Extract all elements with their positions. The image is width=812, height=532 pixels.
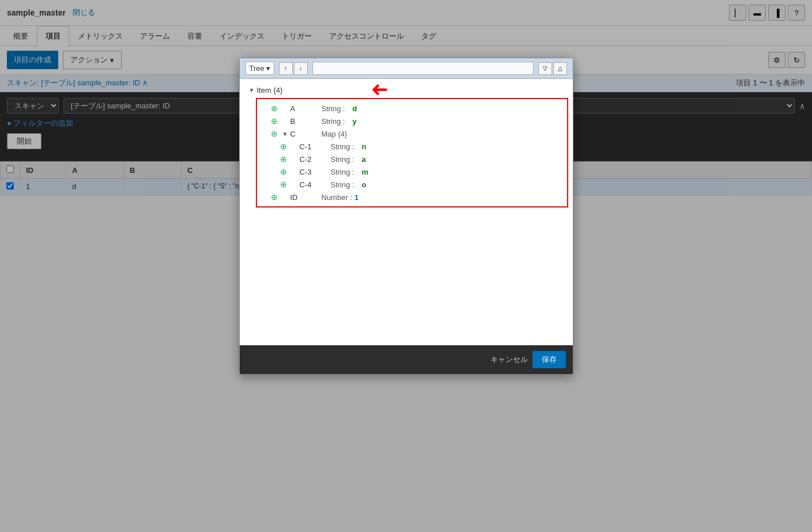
tree-label-a: ⊕ A String : d [257, 103, 567, 114]
type-b: String : [322, 117, 350, 126]
chevron-b [282, 118, 288, 124]
add-icon-c3[interactable]: ⊕ [280, 167, 289, 176]
modal-header-left: Tree ▾ ↑ ↓ [246, 62, 308, 75]
add-icon-c4[interactable]: ⊕ [280, 180, 289, 189]
view-select[interactable]: Tree ▾ [246, 62, 274, 75]
nav-down-button[interactable]: △ [553, 62, 567, 75]
type-id: Number : [322, 193, 352, 196]
value-c3[interactable]: m [362, 168, 369, 176]
type-a: String : [322, 104, 350, 113]
chevron-id [282, 194, 288, 196]
add-icon-id[interactable]: ⊕ [271, 193, 280, 195]
add-icon-b[interactable]: ⊕ [271, 116, 280, 126]
tree-label-c4: ⊕ C-4 String : o [257, 179, 567, 190]
chevron-c2 [292, 156, 297, 163]
key-b: B [290, 117, 319, 126]
red-arrow-icon: ➜ [371, 79, 388, 101]
add-icon-a[interactable]: ⊕ [271, 104, 280, 113]
tree-root: ▼ Item {4} ⊕ A String : d [244, 85, 568, 195]
add-icon-c2[interactable]: ⊕ [280, 154, 289, 164]
tree-node-c: ⊕ ▼ C Map {4} [257, 128, 567, 139]
add-icon-c1[interactable]: ⊕ [280, 142, 289, 151]
value-c1[interactable]: n [362, 142, 367, 151]
tree-node-a: ⊕ A String : d [257, 103, 567, 114]
expand-down-button[interactable]: ↓ [294, 62, 308, 75]
key-id: ID [290, 193, 319, 196]
value-c4[interactable]: o [362, 180, 367, 189]
tree-label-c: ⊕ ▼ C Map {4} [257, 128, 567, 139]
tree-root-label: ▼ Item {4} [249, 85, 568, 96]
modal-content: ▼ Item {4} ⊕ A String : d [240, 79, 573, 195]
key-a: A [290, 104, 319, 113]
key-c: C [290, 130, 319, 138]
tree-label-c1: ⊕ C-1 String : n [257, 141, 567, 152]
modal-header: Tree ▾ ↑ ↓ ▽ △ [240, 58, 573, 79]
tree-label-b: ⊕ B String : y [257, 115, 567, 127]
tree-node-c2: ⊕ C-2 String : a [257, 153, 567, 165]
tree-node-b: ⊕ B String : y [257, 115, 567, 127]
tree-node-c3: ⊕ C-3 String : m [257, 166, 567, 178]
modal-nav-chevrons: ▽ △ [538, 62, 567, 75]
value-id[interactable]: 1 [354, 193, 358, 196]
view-label: Tree [250, 64, 265, 73]
view-chevron-icon: ▾ [266, 64, 270, 73]
tree-node-id: ⊕ ID Number : 1 [257, 191, 567, 195]
type-c: Map {4} [322, 130, 350, 138]
chevron-c4 [292, 182, 297, 188]
type-c2: String : [331, 155, 360, 164]
tree-label-c3: ⊕ C-3 String : m [257, 166, 567, 178]
expand-up-button[interactable]: ↑ [279, 62, 293, 75]
key-c2: C-2 [300, 155, 328, 164]
highlight-box: ⊕ A String : d ⊕ B String [256, 98, 568, 195]
value-a[interactable]: d [353, 104, 357, 113]
chevron-a [282, 105, 288, 112]
type-c4: String : [331, 180, 360, 189]
modal-search-input[interactable] [312, 62, 534, 75]
root-label: Item {4} [257, 86, 283, 95]
tree-label-id: ⊕ ID Number : 1 [257, 191, 567, 195]
tree-label-c2: ⊕ C-2 String : a [257, 153, 567, 165]
type-c3: String : [331, 168, 360, 176]
nav-up-button[interactable]: ▽ [538, 62, 552, 75]
type-c1: String : [331, 142, 360, 151]
value-b[interactable]: y [353, 117, 357, 126]
tree-root-node: ▼ Item {4} [244, 85, 568, 96]
key-c4: C-4 [300, 180, 328, 189]
chevron-c1 [292, 144, 297, 150]
root-chevron-icon[interactable]: ▼ [249, 87, 255, 93]
tree-node-c4: ⊕ C-4 String : o [257, 179, 567, 190]
value-c2[interactable]: a [362, 155, 366, 164]
modal-overlay: Tree ▾ ↑ ↓ ▽ △ ▼ Item { [0, 0, 812, 195]
key-c1: C-1 [300, 142, 328, 151]
key-c3: C-3 [300, 168, 328, 176]
chevron-c3 [292, 169, 297, 175]
chevron-c[interactable]: ▼ [282, 131, 288, 137]
add-icon-c[interactable]: ⊕ [271, 129, 280, 138]
tree-node-c1: ⊕ C-1 String : n [257, 141, 567, 152]
expand-buttons: ↑ ↓ [279, 62, 308, 75]
edit-modal: Tree ▾ ↑ ↓ ▽ △ ▼ Item { [239, 58, 573, 195]
